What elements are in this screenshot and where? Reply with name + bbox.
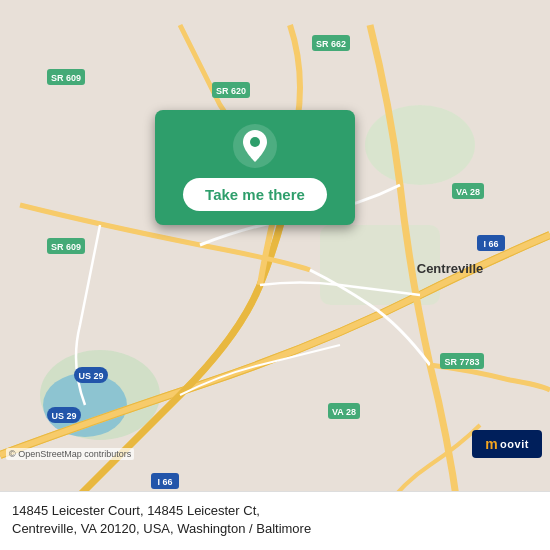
- address-text: 14845 Leicester Court, 14845 Leicester C…: [12, 502, 538, 538]
- location-card: Take me there: [155, 110, 355, 225]
- svg-text:SR 609: SR 609: [51, 73, 81, 83]
- bottom-address-bar: 14845 Leicester Court, 14845 Leicester C…: [0, 491, 550, 550]
- svg-point-33: [250, 137, 260, 147]
- svg-text:I 66: I 66: [157, 477, 172, 487]
- moovit-text: oovit: [500, 438, 529, 450]
- address-line1: 14845 Leicester Court, 14845 Leicester C…: [12, 503, 260, 518]
- svg-point-2: [365, 105, 475, 185]
- svg-text:SR 609: SR 609: [51, 242, 81, 252]
- moovit-logo: m oovit: [472, 430, 542, 458]
- svg-text:SR 620: SR 620: [216, 86, 246, 96]
- map-svg: SR 609 SR 662 SR 620 SR 662 VA 28 I 66 S…: [0, 0, 550, 550]
- map-attribution: © OpenStreetMap contributors: [6, 448, 134, 460]
- svg-text:SR 662: SR 662: [316, 39, 346, 49]
- map-container: SR 609 SR 662 SR 620 SR 662 VA 28 I 66 S…: [0, 0, 550, 550]
- location-pin-icon: [233, 124, 277, 168]
- svg-text:SR 7783: SR 7783: [444, 357, 479, 367]
- svg-text:VA 28: VA 28: [332, 407, 356, 417]
- svg-text:US 29: US 29: [78, 371, 103, 381]
- svg-text:VA 28: VA 28: [456, 187, 480, 197]
- svg-text:US 29: US 29: [51, 411, 76, 421]
- moovit-m-letter: m: [485, 436, 498, 452]
- svg-text:I 66: I 66: [483, 239, 498, 249]
- address-line2: Centreville, VA 20120, USA, Washington /…: [12, 521, 311, 536]
- svg-text:Centreville: Centreville: [417, 261, 483, 276]
- take-me-there-button[interactable]: Take me there: [183, 178, 327, 211]
